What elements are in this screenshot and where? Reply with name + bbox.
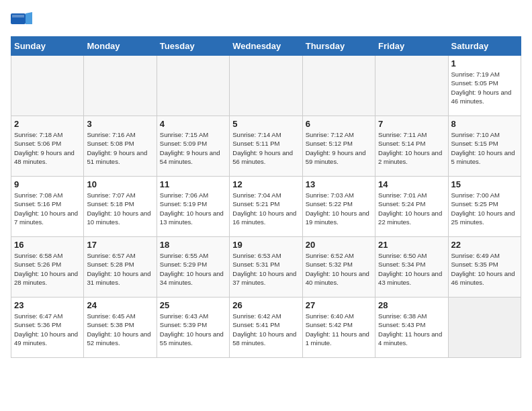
calendar-cell: 27Sunrise: 6:40 AM Sunset: 5:42 PM Dayli… <box>302 298 375 358</box>
day-info: Sunrise: 7:06 AM Sunset: 5:19 PM Dayligh… <box>160 191 226 226</box>
day-info: Sunrise: 6:45 AM Sunset: 5:38 PM Dayligh… <box>87 312 153 347</box>
header-thursday: Thursday <box>302 37 375 56</box>
calendar-week-1: 1Sunrise: 7:19 AM Sunset: 5:05 PM Daylig… <box>11 56 521 116</box>
day-info: Sunrise: 7:18 AM Sunset: 5:06 PM Dayligh… <box>14 130 81 166</box>
day-number: 27 <box>306 300 372 310</box>
day-info: Sunrise: 7:10 AM Sunset: 5:15 PM Dayligh… <box>451 130 518 166</box>
calendar-cell <box>302 56 375 116</box>
calendar-cell: 21Sunrise: 6:50 AM Sunset: 5:34 PM Dayli… <box>375 237 448 298</box>
calendar-cell: 11Sunrise: 7:06 AM Sunset: 5:19 PM Dayli… <box>157 177 229 237</box>
day-number: 21 <box>378 240 445 250</box>
day-info: Sunrise: 7:16 AM Sunset: 5:08 PM Dayligh… <box>87 130 153 166</box>
day-info: Sunrise: 7:00 AM Sunset: 5:25 PM Dayligh… <box>451 191 518 226</box>
day-info: Sunrise: 6:47 AM Sunset: 5:36 PM Dayligh… <box>14 312 81 347</box>
calendar-cell: 16Sunrise: 6:58 AM Sunset: 5:26 PM Dayli… <box>11 237 84 298</box>
calendar-header-row: SundayMondayTuesdayWednesdayThursdayFrid… <box>11 37 521 56</box>
day-number: 25 <box>160 300 226 310</box>
logo-icon <box>11 11 32 30</box>
day-number: 15 <box>451 179 518 189</box>
day-number: 12 <box>232 179 299 189</box>
day-number: 11 <box>160 179 226 189</box>
day-info: Sunrise: 7:03 AM Sunset: 5:22 PM Dayligh… <box>306 191 372 226</box>
header <box>11 11 521 30</box>
calendar-cell: 20Sunrise: 6:52 AM Sunset: 5:32 PM Dayli… <box>302 237 375 298</box>
calendar-cell: 14Sunrise: 7:01 AM Sunset: 5:24 PM Dayli… <box>375 177 448 237</box>
day-number: 17 <box>87 240 153 250</box>
calendar-cell: 5Sunrise: 7:14 AM Sunset: 5:11 PM Daylig… <box>230 116 302 177</box>
calendar-cell: 6Sunrise: 7:12 AM Sunset: 5:12 PM Daylig… <box>302 116 375 177</box>
day-number: 5 <box>232 119 299 129</box>
day-info: Sunrise: 6:58 AM Sunset: 5:26 PM Dayligh… <box>14 251 81 287</box>
calendar-table: SundayMondayTuesdayWednesdayThursdayFrid… <box>11 36 521 358</box>
day-number: 20 <box>306 240 372 250</box>
header-friday: Friday <box>375 37 448 56</box>
day-info: Sunrise: 7:12 AM Sunset: 5:12 PM Dayligh… <box>306 130 372 166</box>
calendar-cell: 3Sunrise: 7:16 AM Sunset: 5:08 PM Daylig… <box>84 116 157 177</box>
calendar-cell: 9Sunrise: 7:08 AM Sunset: 5:16 PM Daylig… <box>11 177 84 237</box>
calendar-cell: 22Sunrise: 6:49 AM Sunset: 5:35 PM Dayli… <box>448 237 521 298</box>
day-number: 10 <box>87 179 153 189</box>
day-info: Sunrise: 6:43 AM Sunset: 5:39 PM Dayligh… <box>160 312 226 347</box>
day-number: 26 <box>232 300 299 310</box>
calendar-cell <box>84 56 157 116</box>
calendar-week-3: 9Sunrise: 7:08 AM Sunset: 5:16 PM Daylig… <box>11 177 521 237</box>
calendar-cell <box>157 56 229 116</box>
calendar-week-4: 16Sunrise: 6:58 AM Sunset: 5:26 PM Dayli… <box>11 237 521 298</box>
calendar-cell: 17Sunrise: 6:57 AM Sunset: 5:28 PM Dayli… <box>84 237 157 298</box>
day-info: Sunrise: 6:53 AM Sunset: 5:31 PM Dayligh… <box>232 251 299 287</box>
day-info: Sunrise: 7:15 AM Sunset: 5:09 PM Dayligh… <box>160 130 226 166</box>
day-info: Sunrise: 6:52 AM Sunset: 5:32 PM Dayligh… <box>306 251 372 287</box>
day-info: Sunrise: 6:38 AM Sunset: 5:43 PM Dayligh… <box>378 312 445 347</box>
svg-marker-1 <box>26 12 32 24</box>
day-number: 4 <box>160 119 226 129</box>
day-number: 22 <box>451 240 518 250</box>
calendar-cell: 2Sunrise: 7:18 AM Sunset: 5:06 PM Daylig… <box>11 116 84 177</box>
day-info: Sunrise: 7:04 AM Sunset: 5:21 PM Dayligh… <box>232 191 299 226</box>
calendar-cell: 7Sunrise: 7:11 AM Sunset: 5:14 PM Daylig… <box>375 116 448 177</box>
day-number: 24 <box>87 300 153 310</box>
calendar-cell: 15Sunrise: 7:00 AM Sunset: 5:25 PM Dayli… <box>448 177 521 237</box>
day-number: 7 <box>378 119 445 129</box>
day-number: 9 <box>14 179 81 189</box>
day-number: 3 <box>87 119 153 129</box>
header-tuesday: Tuesday <box>157 37 229 56</box>
day-number: 18 <box>160 240 226 250</box>
calendar-week-2: 2Sunrise: 7:18 AM Sunset: 5:06 PM Daylig… <box>11 116 521 177</box>
day-info: Sunrise: 7:19 AM Sunset: 5:05 PM Dayligh… <box>451 70 518 105</box>
day-number: 19 <box>232 240 299 250</box>
calendar-cell: 4Sunrise: 7:15 AM Sunset: 5:09 PM Daylig… <box>157 116 229 177</box>
header-saturday: Saturday <box>448 37 521 56</box>
calendar-cell: 28Sunrise: 6:38 AM Sunset: 5:43 PM Dayli… <box>375 298 448 358</box>
calendar-cell: 8Sunrise: 7:10 AM Sunset: 5:15 PM Daylig… <box>448 116 521 177</box>
calendar-cell <box>448 298 521 358</box>
day-info: Sunrise: 6:42 AM Sunset: 5:41 PM Dayligh… <box>232 312 299 347</box>
calendar-cell <box>375 56 448 116</box>
day-number: 16 <box>14 240 81 250</box>
header-sunday: Sunday <box>11 37 84 56</box>
calendar-cell <box>230 56 302 116</box>
calendar-cell: 1Sunrise: 7:19 AM Sunset: 5:05 PM Daylig… <box>448 56 521 116</box>
calendar-cell: 10Sunrise: 7:07 AM Sunset: 5:18 PM Dayli… <box>84 177 157 237</box>
calendar-cell: 24Sunrise: 6:45 AM Sunset: 5:38 PM Dayli… <box>84 298 157 358</box>
day-number: 28 <box>378 300 445 310</box>
day-number: 13 <box>306 179 372 189</box>
day-info: Sunrise: 6:50 AM Sunset: 5:34 PM Dayligh… <box>378 251 445 287</box>
svg-rect-2 <box>12 15 24 17</box>
day-info: Sunrise: 6:55 AM Sunset: 5:29 PM Dayligh… <box>160 251 226 287</box>
calendar-cell: 18Sunrise: 6:55 AM Sunset: 5:29 PM Dayli… <box>157 237 229 298</box>
day-info: Sunrise: 7:14 AM Sunset: 5:11 PM Dayligh… <box>232 130 299 166</box>
calendar-cell: 23Sunrise: 6:47 AM Sunset: 5:36 PM Dayli… <box>11 298 84 358</box>
calendar-cell: 19Sunrise: 6:53 AM Sunset: 5:31 PM Dayli… <box>230 237 302 298</box>
day-info: Sunrise: 7:08 AM Sunset: 5:16 PM Dayligh… <box>14 191 81 226</box>
header-wednesday: Wednesday <box>230 37 302 56</box>
day-info: Sunrise: 7:07 AM Sunset: 5:18 PM Dayligh… <box>87 191 153 226</box>
calendar-cell: 25Sunrise: 6:43 AM Sunset: 5:39 PM Dayli… <box>157 298 229 358</box>
day-number: 14 <box>378 179 445 189</box>
day-info: Sunrise: 6:40 AM Sunset: 5:42 PM Dayligh… <box>306 312 372 347</box>
calendar-cell: 13Sunrise: 7:03 AM Sunset: 5:22 PM Dayli… <box>302 177 375 237</box>
calendar-cell: 12Sunrise: 7:04 AM Sunset: 5:21 PM Dayli… <box>230 177 302 237</box>
day-number: 6 <box>306 119 372 129</box>
calendar-week-5: 23Sunrise: 6:47 AM Sunset: 5:36 PM Dayli… <box>11 298 521 358</box>
logo <box>11 11 34 30</box>
day-number: 2 <box>14 119 81 129</box>
